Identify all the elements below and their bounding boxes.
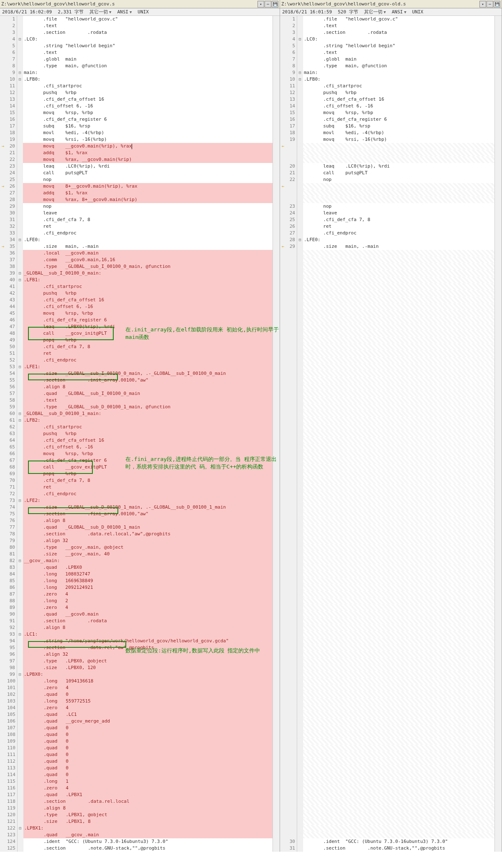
code-line[interactable]: 5 .string "helloworld begin" xyxy=(280,43,494,49)
code-line[interactable]: 40⊟.LFB1: xyxy=(0,277,273,283)
code-line[interactable]: 84 .long 108032747 xyxy=(0,571,273,578)
code-line[interactable]: ⇒20 movq __gcov0.main(%rip), %rax xyxy=(0,143,273,150)
browse-button[interactable]: ⋯ xyxy=(487,1,493,8)
left-eol[interactable]: UNIX xyxy=(138,9,149,15)
code-line[interactable]: 124 .ident "GCC: (Ubuntu 7.3.0-16ubuntu3… xyxy=(0,838,273,845)
code-line[interactable]: 44 .cfi_offset 6, -16 xyxy=(0,303,273,310)
code-line[interactable]: 53⊟.LFE1: xyxy=(0,364,273,370)
code-line[interactable]: 58 .text xyxy=(0,397,273,404)
code-line[interactable]: 121 .size .LPBX1, 8 xyxy=(0,818,273,825)
right-eol[interactable]: UNIX xyxy=(412,9,423,15)
code-line[interactable]: 57 .quad _GLOBAL__sub_I_00100_0_main xyxy=(0,390,273,397)
code-line[interactable]: 74 .size _GLOBAL__sub_D_00100_1_main, .-… xyxy=(0,504,273,511)
code-line[interactable]: 102 .quad 0 xyxy=(0,691,273,698)
code-line[interactable]: 79 .align 32 xyxy=(0,537,273,544)
code-line[interactable]: 99⊟.LPBX0: xyxy=(0,671,273,678)
code-line[interactable]: 78 .section .data.rel.local,"aw",@progbi… xyxy=(0,531,273,537)
code-line[interactable]: 18 movl %edi, -4(%rbp) xyxy=(0,130,273,136)
code-line[interactable]: 64 .cfi_def_cfa_offset 16 xyxy=(0,437,273,444)
code-line[interactable]: 104 .zero 4 xyxy=(0,705,273,711)
code-line[interactable]: 106 .quad __gcov_merge_add xyxy=(0,718,273,725)
save-button[interactable]: 💾 xyxy=(272,1,278,8)
code-line[interactable]: 73⊟.LFE2: xyxy=(0,497,273,504)
code-line[interactable]: 111 .quad 0 xyxy=(0,751,273,758)
code-line[interactable]: 72 .cfi_endproc xyxy=(0,491,273,497)
code-line[interactable]: 11 .cfi_startproc xyxy=(0,83,273,89)
save-button[interactable]: 💾 xyxy=(494,1,500,8)
code-line[interactable]: 12 pushq %rbp xyxy=(280,89,494,96)
code-line[interactable]: 14 .cfi_offset 6, -16 xyxy=(280,103,494,109)
code-line[interactable]: 98 .size .LPBX0, 120 xyxy=(0,664,273,671)
dropdown-button[interactable]: ▾ xyxy=(257,1,264,8)
code-line[interactable]: 116 .zero 4 xyxy=(0,785,273,792)
code-line[interactable]: 3 .section .rodata xyxy=(0,29,273,36)
code-line[interactable]: 100 .long 1094136618 xyxy=(0,678,273,685)
code-line[interactable]: 33 .cfi_endproc xyxy=(0,230,273,237)
code-line[interactable]: 10⊟.LFB0: xyxy=(0,76,273,83)
code-line[interactable]: 38 .type _GLOBAL__sub_I_00100_0_main, @f… xyxy=(0,263,273,270)
code-line[interactable]: 16 .cfi_def_cfa_register 6 xyxy=(0,116,273,123)
code-line[interactable]: 63 pushq %rbp xyxy=(0,430,273,437)
code-line[interactable]: 71 ret xyxy=(0,484,273,491)
code-line[interactable]: 42 pushq %rbp xyxy=(0,290,273,297)
browse-button[interactable]: ⋯ xyxy=(265,1,271,8)
code-line[interactable]: ⇐29 .size main, .-main xyxy=(280,243,494,250)
code-line[interactable]: 12 pushq %rbp xyxy=(0,89,273,96)
code-line[interactable]: 29 nop xyxy=(0,203,273,210)
code-line[interactable]: 30 leave xyxy=(0,210,273,216)
dropdown-button[interactable]: ▾ xyxy=(479,1,486,8)
code-line[interactable]: 3 .section .rodata xyxy=(280,29,494,36)
code-line[interactable]: 23 leaq .LC0(%rip), %rdi xyxy=(0,163,273,170)
code-line[interactable]: 10⊟.LFB0: xyxy=(280,76,494,83)
code-line[interactable]: 65 .cfi_offset 6, -16 xyxy=(0,444,273,451)
code-line[interactable]: 43 .cfi_def_cfa_offset 16 xyxy=(0,297,273,303)
code-line[interactable]: 46 .cfi_def_cfa_register 6 xyxy=(0,317,273,323)
code-line[interactable]: 92 .align 8 xyxy=(0,624,273,631)
left-editor[interactable]: 1 .file "helloworld_gcov.c"2 .text3 .sec… xyxy=(0,16,280,852)
code-line[interactable]: 61⊟.LFB2: xyxy=(0,417,273,424)
code-line[interactable] xyxy=(280,196,494,203)
code-line[interactable]: 17 subq $16, %rsp xyxy=(0,123,273,130)
code-line[interactable]: 16 .cfi_def_cfa_register 6 xyxy=(280,116,494,123)
code-line[interactable]: 13 .cfi_def_cfa_offset 16 xyxy=(0,96,273,103)
code-line[interactable]: 19 movq %rsi, -16(%rbp) xyxy=(0,136,273,143)
code-line[interactable]: 115 .long 1 xyxy=(0,778,273,785)
code-line[interactable]: 94 .string "/home/yangfogen/work/hellowo… xyxy=(0,638,273,644)
code-line[interactable]: 6 .text xyxy=(280,49,494,56)
code-line[interactable]: 89 .zero 4 xyxy=(0,604,273,611)
code-line[interactable]: 54 .size _GLOBAL__sub_I_00100_0_main, .-… xyxy=(0,370,273,377)
code-line[interactable]: 91 .section .rodata xyxy=(0,618,273,624)
code-line[interactable]: 19 movq %rsi, -16(%rbp) xyxy=(280,136,494,143)
code-line[interactable]: 25 nop xyxy=(0,176,273,183)
code-line[interactable]: 118 .section .data.rel.local xyxy=(0,798,273,805)
code-line[interactable]: 88 .long 2 xyxy=(0,598,273,604)
code-line[interactable]: 107 .quad 0 xyxy=(0,725,273,731)
scrollbar[interactable] xyxy=(273,16,280,852)
code-line[interactable]: 1 .file "helloworld_gcov.c" xyxy=(0,16,273,23)
code-line[interactable]: 26 ret xyxy=(280,223,494,230)
code-line[interactable]: 68 call __gcov_exit@PLT xyxy=(0,464,273,471)
code-line[interactable] xyxy=(280,190,494,196)
code-line[interactable]: ⇐ xyxy=(280,183,494,190)
code-line[interactable]: 23 nop xyxy=(280,203,494,210)
code-line[interactable]: 109 .quad 0 xyxy=(0,738,273,745)
code-line[interactable]: 17 subq $16, %rsp xyxy=(280,123,494,130)
code-line[interactable]: 83 .quad .LPBX0 xyxy=(0,564,273,571)
code-line[interactable]: 4⊟.LC0: xyxy=(280,36,494,43)
scrollbar[interactable] xyxy=(494,16,502,852)
code-line[interactable]: 113 .quad 0 xyxy=(0,765,273,771)
code-line[interactable]: 28 movq %rax, 8+__gcov0.main(%rip) xyxy=(0,196,273,203)
code-line[interactable]: 22 nop xyxy=(280,176,494,183)
code-line[interactable]: 59 .type _GLOBAL__sub_D_00100_1_main, @f… xyxy=(0,404,273,410)
code-line[interactable]: 9⊟main: xyxy=(0,69,273,76)
code-line[interactable]: 110 .quad 0 xyxy=(0,745,273,751)
code-line[interactable]: 69 popq %rbp xyxy=(0,471,273,477)
code-line[interactable]: 21 call puts@PLT xyxy=(280,170,494,176)
code-line[interactable] xyxy=(280,156,494,163)
code-line[interactable]: 119 .align 8 xyxy=(0,805,273,812)
code-line[interactable]: 50 .cfi_def_cfa 7, 8 xyxy=(0,344,273,350)
code-line[interactable]: 2 .text xyxy=(280,23,494,29)
code-line[interactable]: 41 .cfi_startproc xyxy=(0,283,273,290)
code-line[interactable]: 66 movq %rsp, %rbp xyxy=(0,451,273,457)
code-line[interactable]: 85 .long 1669638849 xyxy=(0,578,273,584)
